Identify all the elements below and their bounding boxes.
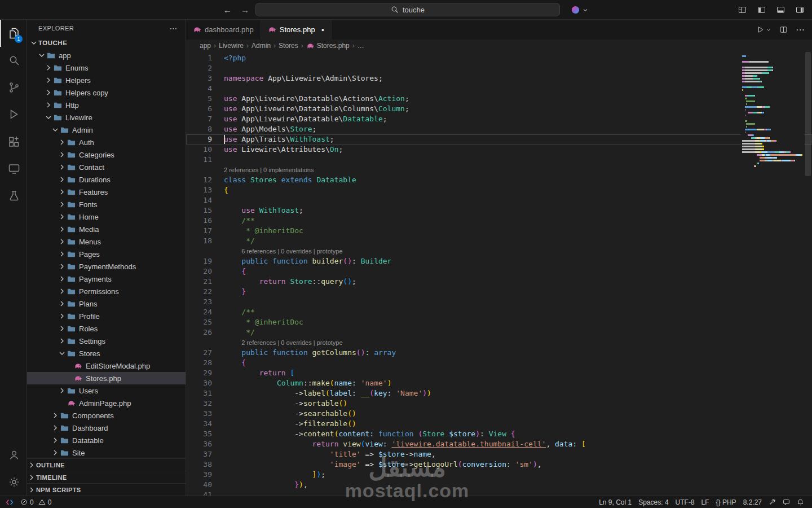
tree-item-categories[interactable]: Categories [27,148,186,161]
tree-item-payments[interactable]: Payments [27,273,186,285]
tree-item-permissions[interactable]: Permissions [27,285,186,297]
code-line-12[interactable]: 12class Stores extends Datatable [186,175,812,185]
tab-stores-php[interactable]: Stores.php● [261,20,332,40]
code-line-23[interactable]: 23 [186,297,812,307]
line-number[interactable]: 41 [186,490,212,496]
tree-item-dashboard[interactable]: Dashboard [27,422,186,434]
code-line-11[interactable]: 11 [186,155,812,165]
code-line-18[interactable]: 18 */ [186,236,812,246]
tree-item-adminpage-php[interactable]: AdminPage.php [27,397,186,409]
tree-item-durations[interactable]: Durations [27,173,186,186]
line-number[interactable]: 27 [186,348,212,358]
section-outline[interactable]: OUTLINE [27,458,186,471]
status-item-php[interactable]: {} PHP [713,496,740,508]
tree-item-contact[interactable]: Contact [27,161,186,173]
activity-bar-item-explorer[interactable]: 1 [0,20,27,47]
tree-item-http[interactable]: Http [27,99,186,111]
feedback-icon[interactable] [779,496,793,508]
code-line-19[interactable]: 19 public function builder(): Builder [186,256,812,266]
scrollbar-thumb[interactable] [805,52,811,176]
line-number[interactable]: 6 [186,104,212,114]
activity-bar-item-remote-explorer[interactable] [0,155,27,182]
tree-item-profile[interactable]: Profile [27,310,186,322]
activity-bar-item-search[interactable] [0,47,27,74]
line-number[interactable]: 30 [186,378,212,388]
code-line-7[interactable]: 7use App\Livewire\Datatable\Datatable; [186,114,812,124]
tree-item-paymentmethods[interactable]: PaymentMethods [27,260,186,273]
tree-item-fonts[interactable]: Fonts [27,198,186,211]
code-line-10[interactable]: 10use Livewire\Attributes\On; [186,144,812,155]
tree-item-datatable[interactable]: Datatable [27,434,186,446]
more-actions-icon[interactable]: ⋯ [170,24,178,33]
code-line-8[interactable]: 8use App\Models\Store; [186,124,812,134]
tree-item-app[interactable]: app [27,49,186,62]
code-line-20[interactable]: 20 { [186,266,812,277]
line-number[interactable]: 14 [186,195,212,205]
tree-item-stores[interactable]: Stores [27,347,186,360]
code-line-40[interactable]: 40 }), [186,480,812,490]
line-number[interactable]: 11 [186,155,212,165]
customize-layout-icon[interactable] [735,3,749,17]
line-number[interactable]: 40 [186,480,212,490]
breadcrumb-item-livewire[interactable]: Livewire [219,42,244,50]
line-number[interactable]: 28 [186,358,212,368]
tree-item-menus[interactable]: Menus [27,235,186,248]
line-number[interactable]: 3 [186,73,212,84]
code-line-24[interactable]: 24 /** [186,307,812,317]
code-line-37[interactable]: 37 'title' => $store->name, [186,449,812,459]
tree-item-site[interactable]: Site [27,446,186,458]
code-line-41[interactable]: 41 [186,490,812,496]
breadcrumb-item-[interactable]: … [358,42,364,50]
activity-bar-item-testing[interactable] [0,182,27,209]
tree-item-plans[interactable]: Plans [27,297,186,310]
activity-bar-item-source-control[interactable] [0,74,27,101]
line-number[interactable]: 9 [186,134,212,144]
line-number[interactable]: 23 [186,297,212,307]
toggle-secondary-sidebar-icon[interactable] [793,3,806,17]
tree-item-admin[interactable]: Admin [27,124,186,136]
line-number[interactable]: 38 [186,459,212,470]
modified-dot-icon[interactable]: ● [321,27,324,33]
remote-indicator[interactable] [2,496,17,508]
code-line-39[interactable]: 39 ]); [186,470,812,480]
line-number[interactable]: 29 [186,368,212,378]
split-editor-icon[interactable] [779,25,788,34]
activity-bar-item-settings[interactable] [0,468,27,496]
line-number[interactable]: 19 [186,256,212,266]
line-number[interactable]: 15 [186,205,212,216]
tree-item-home[interactable]: Home [27,211,186,223]
code-line-14[interactable]: 14 [186,195,812,205]
tree-item-features[interactable]: Features [27,186,186,198]
code-line-36[interactable]: 36 return view(view: 'livewire.datatable… [186,439,812,449]
code-line-32[interactable]: 32 ->sortable() [186,398,812,409]
code-line-26[interactable]: 26 */ [186,327,812,338]
line-number[interactable]: 36 [186,439,212,449]
line-number[interactable]: 7 [186,114,212,124]
line-number[interactable]: 13 [186,185,212,195]
line-number[interactable]: 25 [186,317,212,327]
line-number[interactable]: 4 [186,84,212,94]
tree-item-users[interactable]: Users [27,384,186,397]
codelens-row[interactable]: 6 references | 0 overrides | prototype [186,246,812,256]
line-number[interactable]: 39 [186,470,212,480]
section-timeline[interactable]: TIMELINE [27,471,186,483]
tree-item-helpers[interactable]: Helpers [27,74,186,86]
status-item-spaces-4[interactable]: Spaces: 4 [635,496,672,508]
line-number[interactable]: 26 [186,327,212,338]
code-line-9[interactable]: 9use App\Traits\WithToast; [186,134,812,144]
tree-item-stores-php[interactable]: Stores.php [27,372,186,384]
tree-item-auth[interactable]: Auth [27,136,186,148]
line-number[interactable]: 5 [186,94,212,104]
code-line-27[interactable]: 27 public function getColumns(): array [186,348,812,358]
tree-item-components[interactable]: Components [27,409,186,422]
code-line-35[interactable]: 35 ->content(content: function (Store $s… [186,429,812,439]
code-line-29[interactable]: 29 return [ [186,368,812,378]
tools-icon[interactable] [765,496,779,508]
tree-item-livewire[interactable]: Livewire [27,111,186,124]
line-number[interactable]: 22 [186,287,212,297]
line-number[interactable]: 32 [186,398,212,409]
line-number[interactable]: 33 [186,409,212,419]
section-npm-scripts[interactable]: NPM SCRIPTS [27,483,186,496]
status-item-utf-8[interactable]: UTF-8 [672,496,698,508]
line-number[interactable]: 31 [186,388,212,398]
